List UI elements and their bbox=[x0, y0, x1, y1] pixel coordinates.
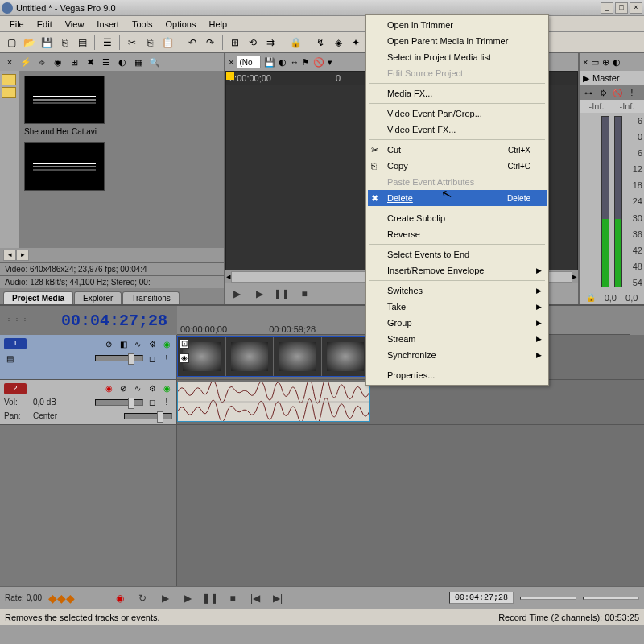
audio-track-header[interactable]: 2 ◉ ⊘ ∿ ⚙ ◉ Vol: 0,0 dB ◻ ! Pan bbox=[0, 380, 176, 425]
ctx-insert-envelope[interactable]: Insert/Remove Envelope▶ bbox=[368, 262, 547, 279]
tab-explorer[interactable]: Explorer bbox=[74, 291, 122, 304]
ripple-icon[interactable]: ⇉ bbox=[262, 35, 279, 51]
fx-icon[interactable]: ◐ bbox=[116, 56, 129, 68]
new-icon[interactable]: ▢ bbox=[3, 35, 19, 51]
bus-icon[interactable]: ▭ bbox=[591, 57, 599, 68]
scroll-right-icon[interactable]: ▸ bbox=[572, 271, 577, 283]
open-icon[interactable]: 📂 bbox=[21, 35, 37, 51]
redo-icon[interactable]: ↷ bbox=[202, 35, 218, 51]
props-icon[interactable]: ☰ bbox=[99, 35, 115, 51]
ctx-open-trimmer[interactable]: Open in Trimmer bbox=[368, 17, 547, 33]
ctx-properties[interactable]: Properties... bbox=[368, 367, 547, 383]
pan-slider[interactable] bbox=[124, 413, 172, 419]
saveas-icon[interactable]: ⎘ bbox=[56, 35, 72, 51]
import-icon[interactable]: ⎆ bbox=[35, 56, 48, 68]
playhead[interactable] bbox=[572, 335, 572, 586]
level-slider[interactable] bbox=[95, 355, 143, 361]
trimmer-media-combo[interactable] bbox=[237, 56, 261, 68]
paste-icon[interactable]: 📋 bbox=[159, 35, 175, 51]
lock-icon[interactable]: 🔒 bbox=[287, 35, 303, 51]
invert-icon[interactable]: ⊘ bbox=[118, 383, 129, 394]
menu-file[interactable]: File bbox=[3, 18, 31, 31]
ctx-copy[interactable]: ⎘CopyCtrl+C bbox=[368, 158, 547, 174]
nofx-icon[interactable]: 🚫 bbox=[612, 87, 623, 98]
ctx-select-pm[interactable]: Select in Project Media list bbox=[368, 49, 547, 65]
pause-icon[interactable]: ❚❚ bbox=[274, 287, 290, 301]
fx-icon[interactable]: ◉ bbox=[161, 383, 172, 394]
ctx-select-to-end[interactable]: Select Events to End bbox=[368, 246, 547, 262]
media-grid[interactable]: She and Her Cat.avi bbox=[19, 71, 224, 248]
event-fx-icon[interactable]: ◈ bbox=[180, 353, 189, 363]
go-start-icon[interactable]: |◀ bbox=[247, 591, 263, 605]
menu-tools[interactable]: Tools bbox=[126, 18, 159, 31]
automation-icon[interactable]: ∿ bbox=[132, 383, 143, 394]
snap-icon[interactable]: ⊞ bbox=[227, 35, 243, 51]
play-start-icon[interactable]: ▶ bbox=[157, 591, 173, 605]
fx-icon[interactable]: ◉ bbox=[161, 338, 172, 349]
lock-icon[interactable]: 🔒 bbox=[586, 293, 596, 303]
fx2-icon[interactable]: ◐ bbox=[279, 57, 287, 68]
master-close-icon[interactable]: × bbox=[583, 57, 588, 67]
media-thumbnail[interactable] bbox=[24, 142, 105, 191]
stop-icon[interactable]: ■ bbox=[296, 287, 312, 301]
tool2-icon[interactable]: ◈ bbox=[330, 35, 346, 51]
scan-icon[interactable]: ⊞ bbox=[68, 56, 80, 68]
go-end-icon[interactable]: ▶| bbox=[270, 591, 286, 605]
capture-icon[interactable]: ◉ bbox=[52, 56, 64, 68]
pm-close-icon[interactable]: × bbox=[3, 56, 16, 68]
ctx-group[interactable]: Group▶ bbox=[368, 315, 547, 331]
mute-icon[interactable]: ! bbox=[626, 87, 638, 98]
render-icon[interactable]: ▤ bbox=[74, 35, 90, 51]
scroll-left-icon[interactable]: ◂ bbox=[3, 250, 16, 261]
comp-icon[interactable]: ◧ bbox=[118, 338, 129, 349]
ctx-event-fx[interactable]: Video Event FX... bbox=[368, 122, 547, 138]
play-icon[interactable]: ▶ bbox=[229, 287, 245, 301]
copy-icon[interactable]: ⎘ bbox=[142, 35, 158, 51]
props2-icon[interactable]: ☰ bbox=[100, 56, 113, 68]
close-button[interactable]: × bbox=[630, 2, 642, 14]
automation-icon[interactable]: ∿ bbox=[132, 338, 143, 349]
minimize-button[interactable]: _ bbox=[601, 2, 613, 14]
remove-icon[interactable]: ✖ bbox=[84, 56, 97, 68]
playhead-marker-icon[interactable] bbox=[226, 72, 234, 80]
maximize-button[interactable]: □ bbox=[615, 2, 628, 14]
autosave-icon[interactable]: ⟲ bbox=[245, 35, 261, 51]
ctx-media-fx[interactable]: Media FX... bbox=[368, 85, 547, 101]
search-icon[interactable]: 🔍 bbox=[148, 56, 161, 68]
ctx-delete[interactable]: ✖DeleteDelete bbox=[368, 190, 547, 206]
dim-icon[interactable]: ◐ bbox=[613, 57, 621, 68]
main-timecode[interactable]: 00:04:27;28 bbox=[61, 312, 167, 330]
tab-transitions[interactable]: Transitions bbox=[122, 291, 180, 304]
stop-icon[interactable]: ■ bbox=[225, 591, 241, 605]
mute-icon[interactable]: ◻ bbox=[147, 397, 158, 408]
bolt-icon[interactable]: ⚡ bbox=[19, 56, 32, 68]
ctx-reverse[interactable]: Reverse bbox=[368, 226, 547, 242]
media-item[interactable]: She and Her Cat.avi bbox=[24, 76, 121, 136]
trimmer-close-icon[interactable]: × bbox=[229, 57, 233, 67]
marker-icon[interactable]: ⚑ bbox=[302, 57, 310, 68]
noclip-icon[interactable]: 🚫 bbox=[313, 57, 324, 68]
ctx-stream[interactable]: Stream▶ bbox=[368, 331, 547, 347]
audio-clip-row[interactable] bbox=[177, 380, 644, 425]
gear-icon[interactable]: ⚙ bbox=[597, 87, 609, 98]
menu-insert[interactable]: Insert bbox=[90, 18, 126, 31]
scroll-right-icon[interactable]: ▸ bbox=[16, 250, 29, 261]
ctx-create-subclip[interactable]: Create Subclip bbox=[368, 210, 547, 226]
ctx-open-parent[interactable]: Open Parent Media in Trimmer bbox=[368, 33, 547, 49]
comp-mode-icon[interactable]: ▤ bbox=[4, 353, 15, 364]
master-expand-icon[interactable]: ▶ bbox=[583, 73, 589, 84]
play-from-start-icon[interactable]: ▶ bbox=[251, 287, 267, 301]
stretch-icon[interactable]: ↔ bbox=[290, 57, 299, 67]
tool1-icon[interactable]: ↯ bbox=[312, 35, 328, 51]
audio-clip[interactable] bbox=[177, 382, 370, 422]
mute-icon[interactable]: ◻ bbox=[147, 353, 158, 364]
selection-start-timecode[interactable] bbox=[520, 597, 576, 600]
save-icon[interactable]: 💾 bbox=[264, 57, 275, 68]
bypass-icon[interactable]: ⊘ bbox=[103, 338, 114, 349]
track-number-badge[interactable]: 2 bbox=[4, 383, 27, 394]
record-icon[interactable]: ◉ bbox=[112, 591, 128, 605]
save-icon[interactable]: 💾 bbox=[39, 35, 55, 51]
more-icon[interactable]: ▾ bbox=[328, 57, 332, 68]
selection-length-timecode[interactable] bbox=[583, 597, 639, 600]
ctx-switches[interactable]: Switches▶ bbox=[368, 283, 547, 299]
